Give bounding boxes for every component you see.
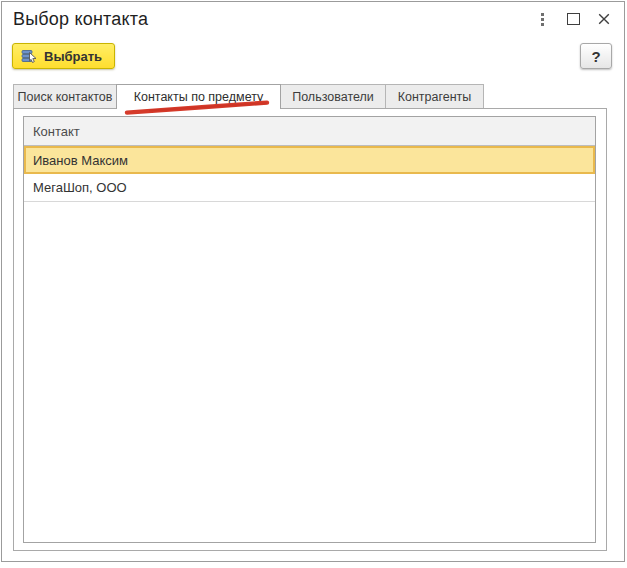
table-row[interactable]: МегаШоп, ООО bbox=[24, 174, 595, 202]
help-button[interactable]: ? bbox=[580, 43, 612, 69]
window-controls bbox=[531, 8, 615, 30]
contact-selection-dialog: Выбор контакта Выбрать ? Поиск контактов… bbox=[0, 0, 627, 568]
select-button-label: Выбрать bbox=[44, 49, 102, 64]
maximize-icon bbox=[567, 13, 580, 25]
close-icon bbox=[597, 12, 611, 26]
tab-bar: Поиск контактов Контакты по предмету Пол… bbox=[13, 84, 484, 109]
more-vertical-icon bbox=[541, 13, 544, 26]
tab-contacts-by-subject[interactable]: Контакты по предмету bbox=[116, 84, 281, 109]
tab-contact-search[interactable]: Поиск контактов bbox=[13, 84, 117, 108]
select-list-cursor-icon bbox=[21, 48, 38, 64]
tab-counterparties[interactable]: Контрагенты bbox=[385, 84, 484, 108]
tab-users[interactable]: Пользователи bbox=[280, 84, 386, 108]
contact-table: Контакт Иванов Максим МегаШоп, ООО bbox=[23, 116, 596, 543]
select-button[interactable]: Выбрать bbox=[12, 43, 115, 69]
tab-content-panel: Контакт Иванов Максим МегаШоп, ООО bbox=[13, 108, 607, 551]
table-row-selected[interactable]: Иванов Максим bbox=[24, 146, 595, 174]
close-button[interactable] bbox=[593, 8, 615, 30]
window-menu-button[interactable] bbox=[531, 8, 553, 30]
maximize-button[interactable] bbox=[562, 8, 584, 30]
page-title: Выбор контакта bbox=[13, 9, 148, 30]
column-header-contact[interactable]: Контакт bbox=[24, 117, 595, 146]
